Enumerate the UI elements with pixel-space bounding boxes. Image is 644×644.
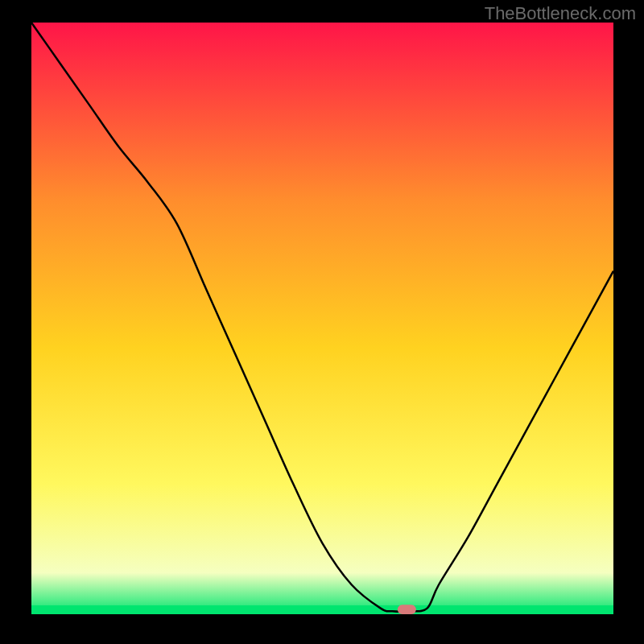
minimum-marker	[398, 605, 416, 614]
attribution-text: TheBottleneck.com	[485, 3, 636, 24]
bottleneck-curve	[31, 23, 613, 612]
green-band	[31, 605, 613, 614]
plot-area	[31, 23, 613, 614]
chart-svg	[31, 23, 613, 614]
